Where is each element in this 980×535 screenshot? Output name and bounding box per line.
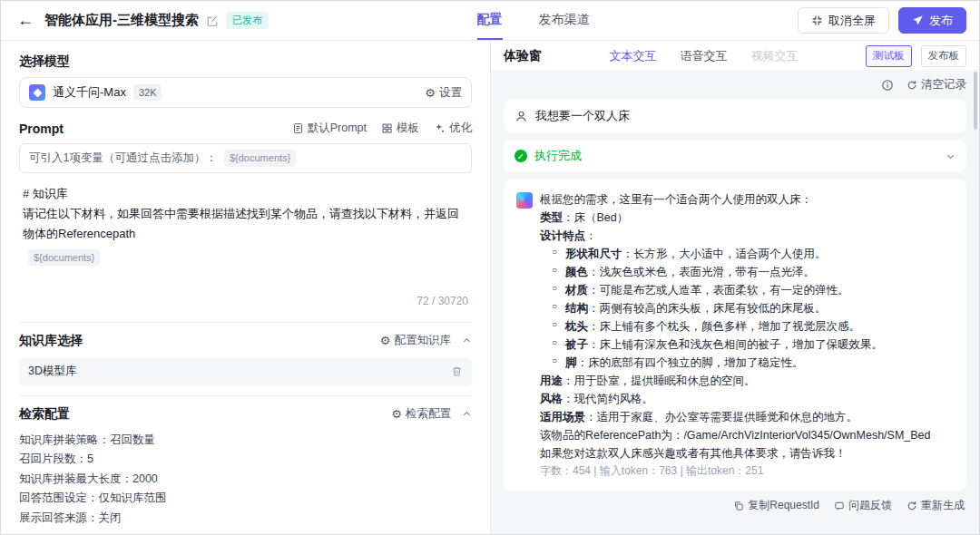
user-message-text: 我想要一个双人床 — [535, 108, 630, 124]
publish-label: 发布 — [929, 14, 953, 28]
chevron-up-icon[interactable] — [462, 336, 472, 345]
bullet-icon: ○ — [552, 263, 557, 277]
model-settings-button[interactable]: ⚙ 设置 — [425, 85, 462, 101]
retrieval-settings: 知识库拼装策略：召回数量 召回片段数：5 知识库拼装最大长度：2000 回答范围… — [19, 431, 472, 534]
check-icon: ✓ — [514, 150, 527, 162]
model-settings-label: 设置 — [439, 85, 462, 101]
kb-item[interactable]: 3D模型库 — [19, 357, 472, 386]
bullet-icon: ○ — [552, 336, 557, 350]
retrieval-setting: 回答范围设定：仅知识库范围 — [19, 489, 472, 509]
assistant-style-line: 风格：现代简约风格。 — [540, 390, 931, 408]
feature-item: ○材质：可能是布艺或人造革，表面柔软，有一定的弹性。 — [552, 281, 931, 299]
publish-button[interactable]: 发布 — [898, 7, 966, 34]
refresh-icon — [906, 501, 917, 511]
prompt-header: Prompt 默认Prompt 模板 — [19, 121, 472, 136]
kb-section-title: 知识库选择 — [19, 333, 83, 349]
bullet-icon: ○ — [552, 299, 557, 314]
retrieval-section: 检索配置 ⚙ 检索配置 知识库拼装策略：召回数量 召回片段数：5 知识 — [19, 395, 472, 534]
gear-icon: ⚙ — [380, 335, 391, 346]
app-window: ← 智能体应用-三维模型搜索 已发布 配置 发布渠道 取消全屏 发布 — [0, 0, 980, 535]
model-context-tag: 32K — [133, 84, 162, 102]
model-section-title: 选择模型 — [19, 54, 472, 70]
copy-requestid-label: 复制RequestId — [748, 498, 819, 513]
prompt-section-title: Prompt — [19, 122, 64, 136]
message-actions: 复制RequestId 问题反馈 重新生成 — [504, 498, 966, 513]
variable-hint-text: 可引入1项变量（可通过点击添加）： — [29, 151, 217, 166]
retrieval-section-title: 检索配置 — [19, 406, 70, 423]
prompt-line-body: 请记住以下材料，如果回答中需要根据描述找到某个物品，请查找以下材料，并返回物体的… — [23, 204, 468, 244]
cancel-fullscreen-button[interactable]: 取消全屏 — [798, 7, 889, 34]
retrieval-config-label: 检索配置 — [406, 406, 451, 422]
tab-text-interaction[interactable]: 文本交互 — [610, 48, 657, 64]
top-bar: ← 智能体应用-三维模型搜索 已发布 配置 发布渠道 取消全屏 发布 — [1, 1, 979, 41]
prompt-editor[interactable]: # 知识库 请记住以下材料，如果回答中需要根据描述找到某个物品，请查找以下材料，… — [19, 177, 472, 313]
char-count: 72 / 30720 — [416, 295, 468, 311]
experience-header: 体验窗 文本交互 语音交互 视频交互 测试板 发布板 — [491, 41, 979, 70]
feedback-button[interactable]: 问题反馈 — [834, 498, 892, 513]
feature-item: ○结构：两侧有较高的床头板，床尾有较低的床尾板。 — [552, 299, 931, 317]
gear-icon: ⚙ — [425, 87, 436, 99]
execution-status[interactable]: ✓ 执行完成 — [504, 140, 966, 172]
assistant-type-line: 类型：床（Bed） — [540, 209, 931, 227]
optimize-button[interactable]: 优化 — [434, 121, 472, 136]
feedback-icon — [834, 501, 845, 511]
magic-sparkle-icon — [434, 122, 446, 134]
feature-item: ○形状和尺寸：长方形，大小适中，适合两个人使用。 — [552, 245, 931, 263]
regenerate-button[interactable]: 重新生成 — [906, 498, 965, 513]
assistant-reference-path: 该物品的ReferencePath为：/Game/ArchVizInterior… — [540, 426, 931, 444]
config-panel: 选择模型 通义千问-Max 32K ⚙ 设置 Prompt — [1, 41, 491, 534]
template-grid-icon — [381, 122, 393, 134]
chevron-down-icon[interactable] — [946, 151, 956, 161]
prompt-variable-chip[interactable]: ${documents} — [28, 249, 100, 267]
cancel-fullscreen-label: 取消全屏 — [828, 14, 876, 28]
prompt-actions: 默认Prompt 模板 优化 — [292, 121, 472, 136]
edit-title-icon[interactable] — [206, 15, 219, 27]
clear-history-button[interactable]: 清空记录 — [906, 77, 966, 92]
configure-kb-label: 配置知识库 — [395, 333, 452, 348]
chevron-up-icon[interactable] — [462, 409, 472, 419]
tab-config[interactable]: 配置 — [477, 1, 503, 40]
assistant-intro: 根据您的需求，这里有一个适合两个人使用的双人床： — [540, 190, 931, 209]
document-icon — [292, 122, 304, 134]
kb-item-label: 3D模型库 — [28, 364, 76, 379]
test-board-button[interactable]: 测试板 — [866, 45, 912, 66]
fullscreen-exit-icon — [811, 15, 823, 26]
copy-requestid-button[interactable]: 复制RequestId — [733, 498, 819, 513]
model-name: 通义千问-Max — [53, 84, 126, 101]
trash-icon[interactable] — [451, 365, 463, 377]
back-button[interactable]: ← — [14, 11, 37, 30]
model-selector[interactable]: 通义千问-Max 32K ⚙ 设置 — [19, 77, 472, 108]
assistant-message-text: 根据您的需求，这里有一个适合两个人使用的双人床： 类型：床（Bed） 设计特点：… — [540, 190, 931, 480]
template-button[interactable]: 模板 — [381, 121, 419, 136]
regenerate-label: 重新生成 — [921, 498, 965, 513]
copy-icon — [733, 501, 744, 511]
chat-toolbar: 清空记录 — [504, 75, 966, 92]
configure-kb-button[interactable]: ⚙ 配置知识库 — [380, 333, 451, 348]
tab-publish-channels[interactable]: 发布渠道 — [539, 1, 590, 40]
feature-item: ○被子：床上铺有深灰色和浅灰色相间的被子，增加了保暖效果。 — [552, 336, 931, 354]
bullet-icon: ○ — [552, 354, 557, 368]
retrieval-setting: 知识库拼装策略：召回数量 — [19, 431, 472, 451]
main-area: 选择模型 通义千问-Max 32K ⚙ 设置 Prompt — [1, 41, 979, 534]
tab-voice-interaction[interactable]: 语音交互 — [681, 48, 728, 64]
bullet-icon: ○ — [552, 317, 557, 332]
assistant-scene-line: 适用场景：适用于家庭、办公室等需要提供睡觉和休息的地方。 — [540, 408, 931, 426]
prompt-line-heading: # 知识库 — [23, 184, 468, 204]
bullet-icon: ○ — [552, 245, 557, 259]
retrieval-config-button[interactable]: ⚙ 检索配置 — [391, 406, 451, 422]
bullet-icon: ○ — [552, 281, 557, 296]
variable-tag[interactable]: ${documents} — [224, 150, 296, 167]
default-prompt-label: 默认Prompt — [308, 121, 367, 136]
experience-panel: 体验窗 文本交互 语音交互 视频交互 测试板 发布板 — [491, 41, 979, 534]
clear-history-label: 清空记录 — [921, 77, 966, 92]
feedback-label: 问题反馈 — [848, 498, 892, 513]
chat-area: 清空记录 我想要一个双人床 ✓ 执行完成 — [491, 70, 979, 534]
gear-icon: ⚙ — [391, 408, 402, 420]
scrollbar-thumb[interactable] — [974, 72, 977, 130]
publish-board-button[interactable]: 发布板 — [921, 45, 967, 66]
default-prompt-button[interactable]: 默认Prompt — [292, 121, 367, 136]
header-tabs: 配置 发布渠道 — [269, 1, 798, 40]
experience-title: 体验窗 — [504, 48, 542, 64]
info-icon[interactable] — [881, 79, 894, 92]
feature-item: ○枕头：床上铺有多个枕头，颜色多样，增加了视觉层次感。 — [552, 317, 931, 336]
